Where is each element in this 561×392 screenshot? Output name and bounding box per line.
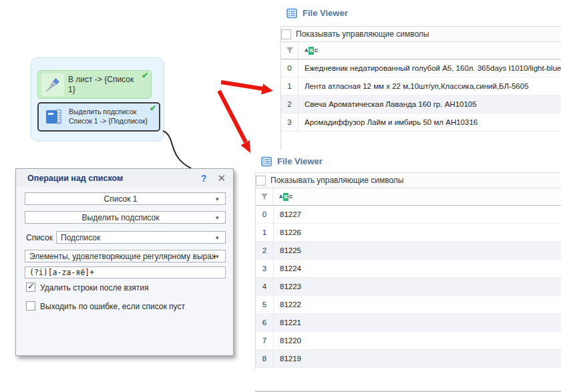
table-row[interactable]: 8 81219: [256, 350, 561, 368]
row-value: Аромадиффузор Лайм и имбирь 50 мл АН1031…: [299, 114, 561, 131]
row-index: 6: [256, 314, 274, 331]
dropdown-value: Подсписок: [57, 233, 216, 242]
red-arrow-1-head: [261, 84, 273, 95]
dropdown-value: Элементы, удовлетворяющие регулярному вы…: [25, 252, 216, 261]
chevron-down-icon: ▾: [216, 196, 225, 202]
row-index: 0: [256, 206, 274, 223]
chevron-down-icon: ▾: [216, 234, 225, 241]
text-type-icon: ABC: [279, 193, 293, 201]
text-type-icon: ABC: [305, 47, 318, 55]
table-row[interactable]: 1 81226: [256, 224, 561, 242]
row-index: 0: [281, 59, 299, 77]
show-control-chars-row: Показывать управляющие символы: [256, 173, 561, 188]
row-value: Лента атласная 12 мм х 22 м,10шт/уп,Клас…: [299, 77, 561, 95]
flow-node-to-sheet[interactable]: В лист -> {Список 1} ✔: [37, 70, 152, 99]
dialog-title: Операции над списком: [27, 174, 201, 183]
row-value: 81221: [274, 314, 561, 331]
file-viewer-panel-bottom: File Viewer Показывать управляющие симво…: [255, 150, 561, 371]
table-row[interactable]: 3 81224: [256, 260, 561, 278]
row-value: Ежедневник недатированный голубой А5, 16…: [299, 59, 561, 77]
row-index: 1: [281, 77, 299, 95]
workflow-canvas: В лист -> {Список 1} ✔ Выделить подсписо…: [0, 0, 561, 392]
table-row[interactable]: 2 Свеча Ароматическая Лаванда 160 гр. АН…: [281, 95, 561, 114]
row-value: 81224: [274, 260, 561, 277]
file-viewer-panel-top: File Viewer Показывать управляющие симво…: [280, 0, 561, 151]
list-operation-icon: [42, 106, 65, 128]
table-rows: 0 81227 1 81226 2 81225 3 81224 4 81223 …: [256, 206, 561, 368]
table-rows: 0 Ежедневник недатированный голубой А5, …: [281, 59, 561, 132]
file-viewer-icon: [261, 156, 272, 167]
show-control-chars-label: Показывать управляющие символы: [270, 176, 403, 185]
row-value: 81225: [274, 242, 561, 259]
file-viewer-title: File Viewer: [303, 8, 348, 18]
flow-node-label: В лист -> {Список 1}: [64, 75, 151, 94]
row-value: Свеча Ароматическая Лаванда 160 гр. АН10…: [299, 95, 561, 113]
row-index: 2: [281, 95, 299, 113]
row-index: 1: [256, 224, 274, 241]
remove-rows-checkbox-label: Удалить строки после взятия: [40, 283, 148, 292]
table-row[interactable]: 1 Лента атласная 12 мм х 22 м,10шт/уп,Кл…: [281, 77, 561, 95]
row-value: 81226: [274, 224, 561, 241]
row-index: 5: [256, 296, 274, 313]
show-control-chars-label: Показывать управляющие символы: [296, 29, 429, 39]
dropdown-value: Выделить подсписок: [25, 213, 216, 222]
chevron-down-icon: ▾: [216, 214, 225, 221]
flow-node-select-sublist[interactable]: Выделить подсписок Список 1 -> {Подсписо…: [37, 102, 160, 132]
row-index: 2: [256, 242, 274, 259]
table-row[interactable]: 2 81225: [256, 242, 561, 260]
column-type-cell[interactable]: ABC: [273, 188, 293, 205]
help-icon[interactable]: ?: [201, 173, 207, 184]
table-column-header: ABC: [281, 42, 561, 59]
red-arrow-2: [219, 91, 246, 142]
show-control-chars-checkbox[interactable]: [281, 29, 291, 39]
row-value: 81223: [274, 278, 561, 295]
pen-nib-icon: [41, 73, 64, 96]
row-value: 81222: [274, 296, 561, 313]
file-viewer-header: File Viewer: [255, 150, 561, 172]
table-row[interactable]: 0 Ежедневник недатированный голубой А5, …: [281, 59, 561, 77]
sublist-field-label: Список: [26, 233, 53, 242]
row-value: 81220: [274, 332, 561, 349]
red-arrow-2-head: [241, 140, 251, 153]
node-dialog-connector: [163, 131, 191, 168]
list-operations-dialog: Операции над списком ? ✕ Список 1 ▾ Выде…: [15, 168, 234, 356]
file-viewer-body: Показывать управляющие символы ABC 0 812…: [255, 172, 561, 369]
selection-mode-dropdown[interactable]: Элементы, удовлетворяющие регулярному вы…: [25, 250, 226, 262]
sublist-name-dropdown[interactable]: Подсписок ▾: [56, 231, 226, 244]
fail-on-empty-checkbox[interactable]: [26, 301, 35, 311]
column-type-cell[interactable]: ABC: [299, 42, 318, 59]
file-viewer-body: Показывать управляющие символы ABC 0 Еже…: [280, 26, 561, 151]
remove-rows-checkbox[interactable]: [26, 282, 35, 292]
red-arrow-1: [221, 82, 263, 89]
filter-icon[interactable]: [256, 188, 273, 205]
file-viewer-header: File Viewer: [280, 0, 561, 26]
table-row[interactable]: 5 81222: [256, 296, 561, 314]
show-control-chars-row: Показывать управляющие символы: [281, 27, 561, 42]
filter-icon[interactable]: [281, 42, 299, 59]
regex-input[interactable]: (?i)[a-za-яё]+: [25, 266, 226, 278]
file-viewer-title: File Viewer: [277, 156, 323, 166]
list-select-dropdown[interactable]: Список 1 ▾: [25, 192, 226, 205]
show-control-chars-checkbox[interactable]: [256, 176, 266, 186]
chevron-down-icon: ▾: [216, 253, 225, 260]
dropdown-value: Список 1: [25, 194, 216, 204]
row-index: 8: [256, 350, 274, 367]
dialog-header: Операции над списком ? ✕: [16, 169, 233, 187]
row-index: 4: [256, 278, 274, 295]
operation-select-dropdown[interactable]: Выделить подсписок ▾: [25, 211, 226, 224]
row-value: 81227: [274, 206, 561, 223]
table-row[interactable]: 3 Аромадиффузор Лайм и имбирь 50 мл АН10…: [281, 114, 561, 132]
table-row[interactable]: 7 81220: [256, 332, 561, 350]
row-index: 3: [281, 114, 299, 131]
close-icon[interactable]: ✕: [217, 172, 226, 184]
success-check-icon: ✔: [150, 104, 156, 113]
flow-node-label: Выделить подсписок Список 1 -> {Подсписо…: [65, 108, 159, 126]
table-row[interactable]: 6 81221: [256, 314, 561, 332]
row-index: 3: [256, 260, 274, 277]
row-value: 81219: [274, 350, 561, 367]
table-column-header: ABC: [256, 188, 561, 206]
file-viewer-icon: [287, 8, 297, 19]
table-row[interactable]: 4 81223: [256, 278, 561, 296]
table-row[interactable]: 0 81227: [256, 206, 561, 224]
fail-on-empty-checkbox-label: Выходить по ошибке, если список пуст: [40, 302, 185, 311]
